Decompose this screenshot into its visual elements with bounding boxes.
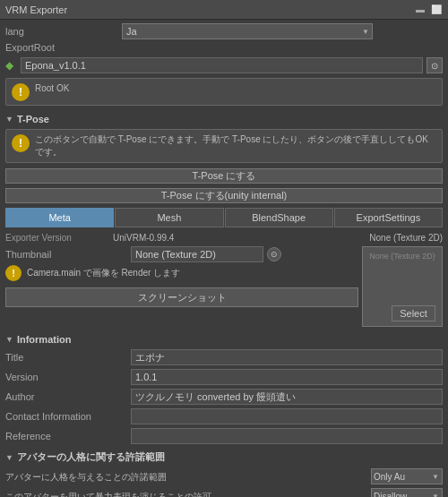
author-input[interactable] <box>131 389 443 405</box>
ev-label: Exporter Version <box>5 233 113 243</box>
thumbnail-circle-btn[interactable]: ⊙ <box>267 247 281 261</box>
contact-input[interactable] <box>131 408 443 424</box>
tpose-btn2[interactable]: T-Pose にする(unity internal) <box>5 188 443 203</box>
perm-section-label: アバターの人格に関する許諾範囲 <box>17 450 165 464</box>
tpose-arrow: ▼ <box>5 115 13 124</box>
version-label: Version <box>5 372 131 382</box>
lang-value-col: Ja En ▼ <box>122 23 443 39</box>
export-root-row: ◆ ⊙ <box>5 57 443 73</box>
perm-select-wrapper-1: Disallow Allow ▼ <box>371 488 443 497</box>
perm-row-0: アバターに人格を与えることの許諾範囲 Only Au Everyone ▼ <box>5 468 443 484</box>
vrm-exporter-window: VRM Exporter ▬ ⬜ lang Ja En ▼ ExportRoot <box>0 0 448 497</box>
perm-label-1: このアバターを用いて暴力表現を演じることの許可 <box>5 491 371 498</box>
tpose-info-icon: ! <box>12 134 30 152</box>
minimize-icon[interactable]: ▬ <box>414 4 426 16</box>
lang-select[interactable]: Ja En <box>122 23 373 39</box>
thumbnail-input[interactable] <box>131 246 263 262</box>
camera-info-box: ! Camera.main で画像を Render します <box>5 265 358 281</box>
thumbnail-preview: None (Texture 2D) Select <box>362 246 443 327</box>
screenshot-btn[interactable]: スクリーンショット <box>5 287 358 307</box>
perm-arrow: ▼ <box>5 453 13 462</box>
root-ok-box: ! Root OK <box>5 78 443 106</box>
lang-select-wrapper: Ja En ▼ <box>122 23 373 39</box>
tabs-row: Meta Mesh BlendShape ExportSettings <box>5 208 443 227</box>
info-arrow: ▼ <box>5 335 13 344</box>
thumbnail-label-row: Thumbnail ⊙ <box>5 246 358 262</box>
author-row: Author <box>5 389 443 405</box>
tab-blendshape[interactable]: BlendShape <box>225 208 333 227</box>
title-row: Title <box>5 349 443 365</box>
contact-row: Contact Information <box>5 408 443 424</box>
thumbnail-label: Thumbnail <box>5 249 131 260</box>
select-btn[interactable]: Select <box>392 305 435 321</box>
tab-mesh[interactable]: Mesh <box>115 208 223 227</box>
reference-label: Reference <box>5 431 131 441</box>
tpose-info-box: ! このボタンで自動で T-Pose にできます。手動で T-Pose にしたり… <box>5 129 443 163</box>
titlebar-icons: ▬ ⬜ <box>414 4 443 16</box>
camera-info-icon: ! <box>5 265 22 281</box>
reference-row: Reference <box>5 428 443 444</box>
thumbnail-left: Thumbnail ⊙ ! Camera.main で画像を Render しま… <box>5 246 358 309</box>
export-root-label: ExportRoot <box>5 42 443 53</box>
thumbnail-preview-inner: None (Texture 2D) Select <box>369 252 435 321</box>
tab-meta[interactable]: Meta <box>5 208 114 227</box>
perm-select-0[interactable]: Only Au Everyone <box>371 468 443 484</box>
lang-label: lang <box>5 26 122 37</box>
root-ok-text: Root OK <box>35 82 436 95</box>
version-row: Version <box>5 369 443 385</box>
root-ok-icon: ! <box>12 83 30 101</box>
tab-exportsettings[interactable]: ExportSettings <box>334 208 443 227</box>
contact-label: Contact Information <box>5 411 131 422</box>
tpose-label: T-Pose <box>17 114 49 124</box>
thumbnail-placeholder: None (Texture 2D) <box>369 252 435 261</box>
information-section-header[interactable]: ▼ Information <box>5 334 443 345</box>
title-input[interactable] <box>131 349 443 365</box>
author-label: Author <box>5 391 131 402</box>
exporter-version-row: Exporter Version UniVRM-0.99.4 None (Tex… <box>5 233 443 243</box>
export-root-icon: ◆ <box>5 59 13 72</box>
reference-input[interactable] <box>131 428 443 444</box>
tpose-info-text: このボタンで自動で T-Pose にできます。手動で T-Pose にしたり、ボ… <box>35 133 436 159</box>
tpose-btn1[interactable]: T-Pose にする <box>5 168 443 184</box>
info-section-label: Information <box>17 334 72 345</box>
none-select-row: ⊙ <box>131 246 281 262</box>
perm-row-1: このアバターを用いて暴力表現を演じることの許可 Disallow Allow ▼ <box>5 488 443 497</box>
tpose-section-header[interactable]: ▼ T-Pose <box>5 114 443 124</box>
version-input[interactable] <box>131 369 443 385</box>
export-root-select-btn[interactable]: ⊙ <box>426 57 443 73</box>
perm-select-1[interactable]: Disallow Allow <box>371 488 443 497</box>
maximize-icon[interactable]: ⬜ <box>430 4 443 16</box>
perm-select-wrapper-0: Only Au Everyone ▼ <box>371 468 443 484</box>
title-label: Title <box>5 352 131 363</box>
thumbnail-row: Thumbnail ⊙ ! Camera.main で画像を Render しま… <box>5 246 443 327</box>
lang-row: lang Ja En ▼ <box>5 23 443 39</box>
main-content: lang Ja En ▼ ExportRoot ◆ ⊙ ! Root OK <box>0 20 448 497</box>
titlebar: VRM Exporter ▬ ⬜ <box>0 0 448 20</box>
permissions-section-header[interactable]: ▼ アバターの人格に関する許諾範囲 <box>5 450 443 464</box>
ev-right: None (Texture 2D) <box>369 233 443 243</box>
camera-info-text: Camera.main で画像を Render します <box>27 267 180 279</box>
window-title: VRM Exporter <box>5 4 414 15</box>
export-root-input[interactable] <box>21 57 423 73</box>
ev-value: UniVRM-0.99.4 <box>113 233 369 243</box>
perm-label-0: アバターに人格を与えることの許諾範囲 <box>5 471 371 483</box>
